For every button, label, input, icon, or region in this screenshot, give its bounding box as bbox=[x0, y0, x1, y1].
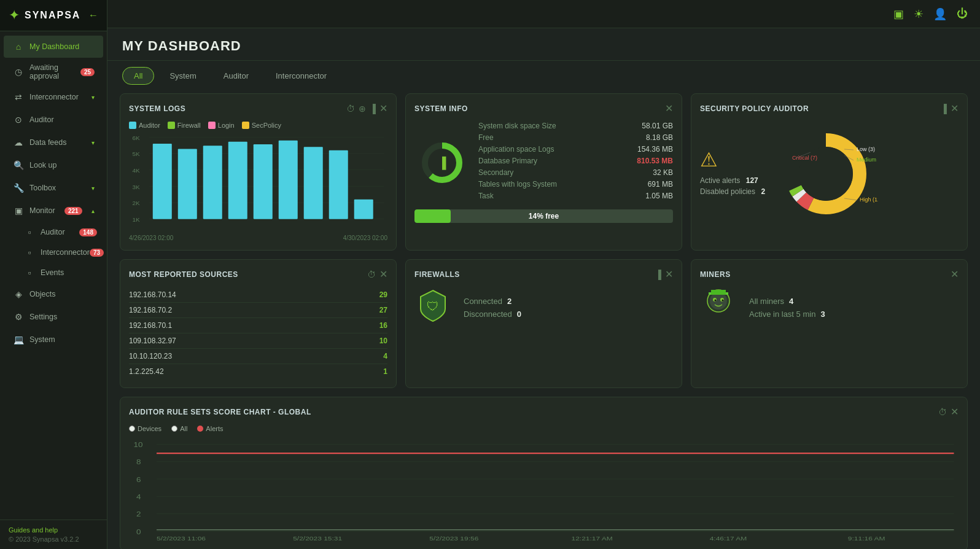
disabled-policies-value: 2 bbox=[761, 187, 765, 196]
most-reported-close-button[interactable]: ✕ bbox=[379, 268, 387, 280]
sidebar-collapse-button[interactable]: ← bbox=[88, 10, 98, 21]
tab-all[interactable]: All bbox=[122, 67, 154, 85]
sidebar-item-lookup[interactable]: 🔍 Look up bbox=[4, 154, 103, 176]
svg-rect-13 bbox=[178, 149, 197, 219]
legend-alerts-label: Alerts bbox=[206, 425, 223, 432]
svg-rect-17 bbox=[279, 141, 298, 219]
security-auditor-close-button[interactable]: ✕ bbox=[951, 103, 959, 114]
sidebar-item-auditor-sub[interactable]: ▫ Auditor 148 bbox=[17, 222, 103, 242]
reported-ip-6: 1.2.225.42 bbox=[129, 367, 164, 376]
svg-point-42 bbox=[715, 300, 717, 302]
events-icon: ▫ bbox=[23, 267, 36, 279]
sidebar-label-datafeeds: Data feeds bbox=[29, 138, 66, 147]
legend-auditor-label: Auditor bbox=[139, 122, 160, 129]
legend-devices: Devices bbox=[129, 425, 161, 432]
system-icon: 💻 bbox=[12, 333, 25, 346]
clock-action-icon[interactable]: ⏱ bbox=[346, 104, 355, 114]
fw-connected-row: Connected 2 bbox=[464, 297, 521, 306]
widget-system-logs: SYSTEM LOGS ⏱ ⊕ ▐ ✕ Auditor Firewall bbox=[120, 93, 397, 251]
widget-miners: MINERS ✕ bbox=[691, 259, 968, 388]
logo-text: SYNAPSA bbox=[25, 10, 80, 21]
list-item: 192.168.70.2 27 bbox=[129, 303, 387, 318]
auditor-sub-icon: ▫ bbox=[23, 226, 36, 238]
auditor-chart-close-button[interactable]: ✕ bbox=[951, 406, 959, 418]
widget-security-auditor: SECURITY POLICY AUDITOR ▐ ✕ ⚠ Active ale… bbox=[691, 93, 968, 251]
list-item: 1.2.225.42 1 bbox=[129, 364, 387, 379]
svg-text:1K: 1K bbox=[133, 216, 141, 223]
page-title: MY DASHBOARD bbox=[122, 38, 965, 54]
most-reported-actions: ⏱ ✕ bbox=[367, 268, 387, 280]
reported-count-6: 1 bbox=[383, 367, 387, 376]
tab-system[interactable]: System bbox=[158, 67, 208, 85]
disabled-policies-label: Disabled policies bbox=[700, 187, 755, 196]
sidebar-item-events[interactable]: ▫ Events bbox=[17, 263, 103, 282]
reported-ip-5: 10.10.120.23 bbox=[129, 352, 172, 360]
tab-auditor[interactable]: Auditor bbox=[212, 67, 260, 85]
firewalls-content: 🛡 Connected 2 Disconnected 0 bbox=[414, 287, 673, 332]
system-logs-close-button[interactable]: ✕ bbox=[379, 103, 387, 114]
widget-system-info: SYSTEM INFO ✕ ▐ bbox=[405, 93, 682, 251]
clock-icon-reported[interactable]: ⏱ bbox=[367, 270, 376, 279]
chart-icon[interactable]: ▐ bbox=[370, 104, 376, 114]
monitor-topbar-icon[interactable]: ▣ bbox=[893, 7, 904, 21]
tables-task-value: 1.05 MB bbox=[645, 192, 673, 200]
sidebar-header: ✦ SYNAPSA ← bbox=[0, 0, 107, 31]
sidebar-item-monitor[interactable]: ▣ Monitor 221 ▴ bbox=[4, 200, 103, 222]
sidebar-label-monitor: Monitor bbox=[29, 206, 55, 215]
svg-text:6K: 6K bbox=[133, 134, 141, 141]
sidebar-item-auditor[interactable]: ⊙ Auditor bbox=[4, 109, 103, 131]
auditor-sub-badge: 148 bbox=[79, 228, 97, 236]
reported-ip-1: 192.168.70.14 bbox=[129, 290, 176, 299]
monitor-badge: 221 bbox=[64, 207, 82, 215]
db-secondary-row: Secondary 32 KB bbox=[478, 168, 673, 177]
legend-all: All bbox=[171, 425, 187, 432]
widget-firewalls: FIREWALLS ▐ ✕ 🛡 Connected 2 bbox=[405, 259, 682, 388]
legend-firewall: Firewall bbox=[168, 122, 201, 129]
miners-close-button[interactable]: ✕ bbox=[951, 268, 959, 280]
sidebar-label-settings: Settings bbox=[29, 313, 57, 321]
chart-action-icon[interactable]: ▐ bbox=[941, 104, 947, 114]
user-profile-icon[interactable]: 👤 bbox=[933, 7, 947, 21]
widget-auditor-chart: AUDITOR RULE SETS SCORE CHART - GLOBAL ⏱… bbox=[120, 397, 968, 549]
chart-icon-fw[interactable]: ▐ bbox=[655, 270, 661, 279]
tool-icon: 🔧 bbox=[12, 182, 25, 194]
reported-count-1: 29 bbox=[379, 290, 387, 299]
theme-toggle-icon[interactable]: ☀ bbox=[914, 7, 924, 21]
zoom-icon[interactable]: ⊕ bbox=[359, 104, 366, 114]
sidebar-item-interconnector[interactable]: ⇄ Interconnector ▾ bbox=[4, 86, 103, 108]
legend-alerts: Alerts bbox=[197, 425, 223, 432]
miner-stats: All miners 4 Active in last 5 min 3 bbox=[749, 297, 825, 322]
tab-interconnector[interactable]: Interconnector bbox=[264, 67, 338, 85]
sidebar-label-interconnector-sub: Interconnector bbox=[41, 248, 90, 257]
clock-icon-audit[interactable]: ⏱ bbox=[938, 407, 947, 417]
copyright: © 2023 Synapsa v3.2.2 bbox=[9, 535, 98, 543]
sidebar-item-toolbox[interactable]: 🔧 Toolbox ▾ bbox=[4, 177, 103, 199]
list-item: 10.10.120.23 4 bbox=[129, 349, 387, 364]
auditor-chart-legend: Devices All Alerts bbox=[129, 425, 959, 432]
svg-text:5/2/2023 11:06: 5/2/2023 11:06 bbox=[157, 535, 206, 541]
feed-icon: ☁ bbox=[12, 136, 25, 149]
legend-firewall-dot bbox=[168, 122, 175, 129]
sidebar-item-interconnector-sub[interactable]: ▫ Interconnector 73 bbox=[17, 243, 103, 262]
firewalls-close-button[interactable]: ✕ bbox=[665, 268, 673, 280]
sidebar-item-dashboard[interactable]: ⌂ My Dashboard bbox=[4, 36, 103, 58]
svg-point-43 bbox=[722, 300, 724, 302]
sidebar-item-awaiting[interactable]: ◷ Awaiting approval 25 bbox=[4, 58, 103, 85]
guides-link[interactable]: Guides and help bbox=[9, 526, 98, 534]
settings-icon: ⚙ bbox=[12, 311, 25, 323]
disk-size-value: 58.01 GB bbox=[642, 122, 673, 130]
sidebar-item-objects[interactable]: ◈ Objects bbox=[4, 283, 103, 305]
sidebar-item-settings[interactable]: ⚙ Settings bbox=[4, 306, 103, 328]
search-icon: 🔍 bbox=[12, 159, 25, 171]
sidebar-item-system[interactable]: 💻 System bbox=[4, 329, 103, 351]
list-item: 192.168.70.14 29 bbox=[129, 287, 387, 303]
system-info-close-button[interactable]: ✕ bbox=[665, 103, 673, 114]
page-header: MY DASHBOARD bbox=[107, 28, 980, 61]
legend-secpolicy: SecPolicy bbox=[242, 122, 281, 129]
system-info-actions: ✕ bbox=[665, 103, 673, 114]
firewall-stats: Connected 2 Disconnected 0 bbox=[464, 297, 521, 322]
reported-count-3: 16 bbox=[379, 321, 387, 330]
objects-icon: ◈ bbox=[12, 288, 25, 300]
sidebar-item-datafeeds[interactable]: ☁ Data feeds ▾ bbox=[4, 131, 103, 154]
power-icon[interactable]: ⏻ bbox=[957, 7, 968, 20]
